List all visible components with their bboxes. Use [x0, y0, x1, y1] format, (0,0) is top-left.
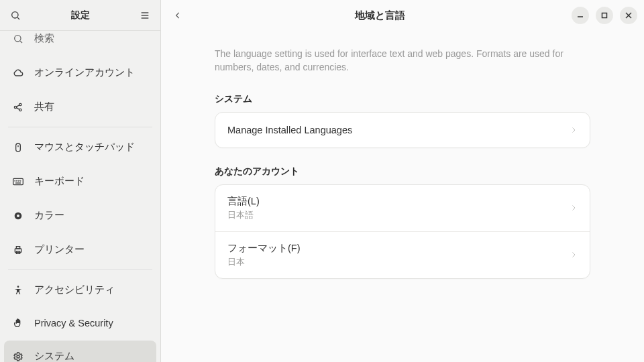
gear-icon [12, 351, 24, 362]
svg-point-21 [17, 215, 19, 217]
maximize-button[interactable] [596, 7, 613, 24]
chevron-right-icon [570, 204, 578, 212]
svg-point-18 [18, 180, 19, 181]
sidebar-title: 設定 [25, 9, 135, 21]
sidebar-nav: 検索 オンラインアカウント 共有 マウスとタッチパッド [0, 31, 160, 362]
svg-line-1 [17, 17, 19, 19]
svg-point-25 [17, 286, 19, 288]
menu-icon [140, 10, 150, 21]
formats-row[interactable]: フォーマット(F) 日本 [215, 231, 590, 278]
color-icon [12, 210, 24, 221]
row-value: 日本 [227, 257, 570, 268]
sidebar-item-accessibility[interactable]: アクセシビリティ [4, 274, 156, 306]
svg-line-10 [16, 105, 19, 107]
sidebar-item-label: Privacy & Security [34, 318, 113, 328]
sidebar-item-label: マウスとタッチパッド [34, 141, 135, 154]
svg-point-19 [20, 180, 21, 181]
row-title: フォーマット(F) [227, 242, 570, 255]
sidebar-item-online-accounts[interactable]: オンラインアカウント [4, 57, 156, 88]
sidebar-divider [8, 269, 152, 270]
row-value: 日本語 [227, 210, 570, 221]
printer-icon [12, 245, 24, 255]
sidebar-item-label: アクセシビリティ [34, 284, 115, 296]
page-content: The language setting is used for interfa… [161, 31, 644, 362]
svg-point-16 [15, 180, 15, 181]
account-card: 言語(L) 日本語 フォーマット(F) 日本 [215, 184, 590, 279]
sidebar-item-mouse[interactable]: マウスとタッチパッド [4, 131, 156, 163]
manage-installed-languages-row[interactable]: Manage Installed Languages [215, 113, 590, 147]
svg-point-0 [12, 11, 18, 17]
mouse-icon [12, 142, 24, 153]
close-button[interactable] [620, 7, 637, 24]
sidebar-item-label: 検索 [34, 32, 54, 45]
sidebar-item-keyboard[interactable]: キーボード [4, 166, 156, 197]
search-button[interactable] [5, 5, 25, 25]
sidebar-item-label: プリンター [34, 243, 85, 256]
window-controls [572, 7, 637, 24]
maximize-icon [601, 12, 608, 19]
svg-line-6 [20, 41, 22, 43]
language-row[interactable]: 言語(L) 日本語 [215, 185, 590, 231]
svg-rect-23 [16, 246, 19, 248]
svg-line-11 [16, 107, 19, 109]
sidebar-item-system[interactable]: システム [4, 341, 156, 362]
cloud-icon [12, 68, 24, 78]
chevron-right-icon [570, 251, 578, 259]
row-title: Manage Installed Languages [227, 125, 570, 135]
main-pane: 地域と言語 The language setting is used for i… [161, 0, 644, 362]
minimize-icon [577, 12, 584, 19]
sidebar-divider [8, 127, 152, 127]
sidebar-item-search[interactable]: 検索 [4, 31, 156, 54]
sidebar-item-printers[interactable]: プリンター [4, 234, 156, 265]
accessibility-icon [12, 285, 24, 296]
svg-rect-14 [13, 178, 23, 184]
main-header: 地域と言語 [161, 0, 644, 31]
search-icon [12, 34, 24, 44]
section-heading-account: あなたのアカウント [215, 166, 590, 178]
sidebar-item-label: カラー [34, 209, 64, 222]
section-heading-system: システム [215, 93, 590, 105]
svg-rect-12 [16, 143, 21, 152]
svg-point-5 [15, 35, 21, 41]
hand-icon [12, 318, 24, 328]
svg-point-17 [17, 180, 17, 181]
page-description: The language setting is used for interfa… [215, 47, 590, 74]
settings-sidebar: 設定 検索 オンラインアカウント [0, 0, 161, 362]
close-icon [625, 12, 632, 19]
search-icon [10, 10, 21, 21]
sidebar-header: 設定 [0, 0, 160, 31]
share-icon [12, 102, 24, 113]
sidebar-item-label: システム [34, 350, 74, 362]
page-title: 地域と言語 [188, 9, 572, 22]
hamburger-button[interactable] [135, 5, 155, 25]
chevron-left-icon [173, 11, 182, 20]
sidebar-item-label: 共有 [34, 101, 54, 113]
keyboard-icon [12, 178, 24, 186]
system-card: Manage Installed Languages [215, 112, 590, 148]
minimize-button[interactable] [572, 7, 589, 24]
sidebar-item-label: オンラインアカウント [34, 66, 135, 79]
sidebar-item-label: キーボード [34, 175, 85, 188]
svg-point-26 [17, 355, 19, 358]
back-button[interactable] [168, 5, 188, 25]
row-title: 言語(L) [227, 195, 570, 208]
sidebar-item-privacy[interactable]: Privacy & Security [4, 308, 156, 338]
sidebar-item-sharing[interactable]: 共有 [4, 91, 156, 123]
sidebar-item-color[interactable]: カラー [4, 200, 156, 231]
chevron-right-icon [570, 126, 578, 134]
svg-rect-28 [602, 13, 607, 18]
